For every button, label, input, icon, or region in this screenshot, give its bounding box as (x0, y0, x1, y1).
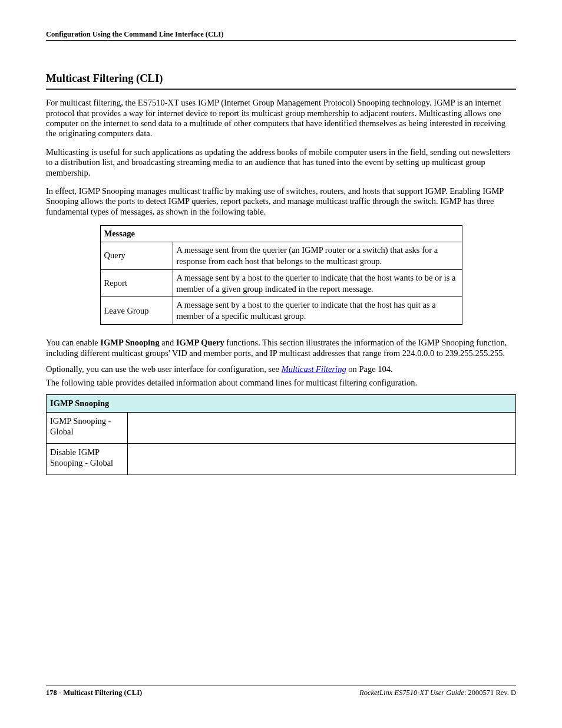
running-header: Configuration Using the Command Line Int… (46, 29, 516, 41)
table-header-row: Message (100, 226, 462, 242)
message-types-table: Message Query A message sent from the qu… (100, 225, 462, 325)
table-row: Disable IGMP Snooping - Global (47, 443, 516, 475)
message-desc-cell: A message sent by a host to the querier … (173, 297, 462, 325)
footer-page-number: 178 (46, 689, 57, 697)
text-span: You can enable (46, 338, 100, 347)
message-desc-cell: A message sent from the querier (an IGMP… (173, 242, 462, 270)
bold-igmp-query: IGMP Query (176, 338, 224, 347)
page-footer: 178 - Multicast Filtering (CLI) RocketLi… (46, 686, 516, 697)
section-title: Multicast Filtering (CLI) (46, 71, 516, 90)
footer-sep: : (464, 689, 468, 697)
footer-revision: 2000571 Rev. D (468, 689, 516, 697)
table-row: IGMP Snooping - Global (47, 412, 516, 443)
message-name-cell: Leave Group (100, 297, 173, 325)
footer-right: RocketLinx ES7510-XT User Guide: 2000571… (359, 688, 516, 697)
paragraph-intro-2: Multicasting is useful for such applicat… (46, 147, 516, 178)
text-span: Optionally, you can use the web user int… (46, 364, 282, 374)
paragraph-enable-functions: You can enable IGMP Snooping and IGMP Qu… (46, 338, 516, 358)
igmp-row-value (128, 412, 516, 443)
message-name-cell: Query (100, 242, 173, 270)
message-desc-cell: A message sent by a host to the querier … (173, 269, 462, 297)
igmp-row-value (128, 443, 516, 475)
message-header-cell: Message (100, 226, 462, 242)
igmp-header-cell: IGMP Snooping (47, 394, 516, 412)
igmp-snooping-table: IGMP Snooping IGMP Snooping - Global Dis… (46, 394, 516, 475)
document-page: Configuration Using the Command Line Int… (0, 0, 562, 728)
message-name-cell: Report (100, 269, 173, 297)
table-row: Query A message sent from the querier (a… (100, 242, 462, 270)
footer-section-title: Multicast Filtering (CLI) (63, 689, 142, 697)
table-row: Report A message sent by a host to the q… (100, 269, 462, 297)
footer-sep: - (57, 689, 63, 697)
paragraph-intro-1: For multicast filtering, the ES7510-XT u… (46, 98, 516, 139)
paragraph-intro-3: In effect, IGMP Snooping manages multica… (46, 186, 516, 217)
igmp-row-name: Disable IGMP Snooping - Global (47, 443, 128, 475)
paragraph-optional-web: Optionally, you can use the web user int… (46, 364, 516, 374)
bold-igmp-snooping: IGMP Snooping (100, 338, 159, 347)
table-row: Leave Group A message sent by a host to … (100, 297, 462, 325)
table-header-row: IGMP Snooping (47, 394, 516, 412)
footer-left: 178 - Multicast Filtering (CLI) (46, 688, 142, 697)
multicast-filtering-link[interactable]: Multicast Filtering (282, 364, 346, 374)
text-span: on Page 104. (346, 364, 393, 374)
footer-doc-title: RocketLinx ES7510-XT User Guide (359, 689, 464, 697)
igmp-row-name: IGMP Snooping - Global (47, 412, 128, 443)
paragraph-table-intro: The following table provides detailed in… (46, 378, 516, 388)
text-span: and (160, 338, 176, 347)
